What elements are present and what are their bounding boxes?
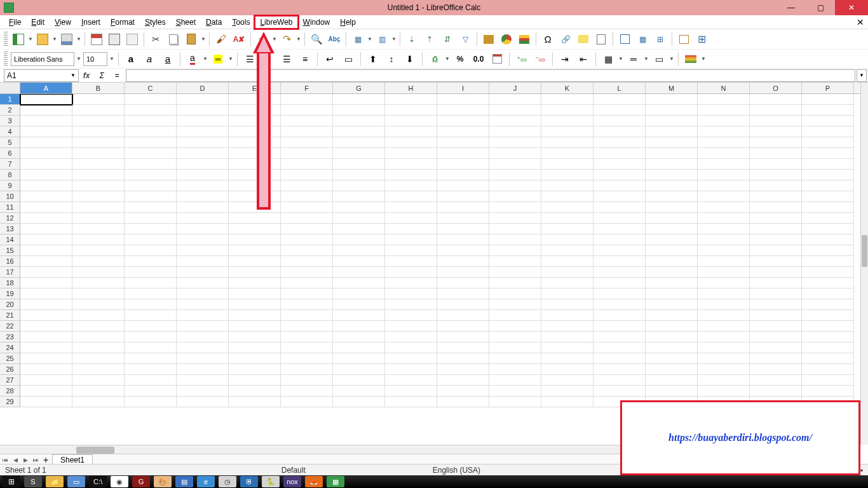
cell[interactable] [20, 342, 72, 353]
cell[interactable] [229, 234, 281, 245]
cell[interactable] [20, 310, 72, 321]
add-decimal-button[interactable]: ⁺₀₀ [513, 51, 530, 67]
cell[interactable] [281, 245, 333, 256]
cell[interactable] [229, 288, 281, 299]
delete-decimal-button[interactable]: ⁻₀₀ [532, 51, 548, 67]
cell[interactable] [646, 159, 698, 170]
cell[interactable] [125, 180, 177, 191]
menu-view[interactable]: View [50, 16, 76, 29]
cell[interactable] [281, 342, 333, 353]
cell[interactable] [229, 321, 281, 332]
cell[interactable] [437, 202, 489, 213]
cell[interactable] [125, 137, 177, 148]
file-explorer-icon[interactable]: 📁 [46, 476, 64, 487]
cell[interactable] [333, 137, 385, 148]
cell[interactable] [72, 159, 125, 170]
cell[interactable] [281, 288, 333, 299]
cell[interactable] [646, 126, 698, 137]
cell[interactable] [698, 267, 750, 278]
cell[interactable] [281, 159, 333, 170]
cell[interactable] [593, 342, 646, 353]
cell[interactable] [385, 342, 437, 353]
cell-reference-box[interactable]: A1▼ [4, 69, 79, 82]
cell[interactable] [698, 278, 750, 288]
cell[interactable] [229, 332, 281, 342]
cell[interactable] [385, 159, 437, 170]
cell[interactable] [20, 137, 72, 148]
document-close-icon[interactable]: ✕ [857, 17, 864, 27]
cell[interactable] [593, 234, 646, 245]
cell[interactable] [333, 288, 385, 299]
menu-styles[interactable]: Styles [140, 16, 171, 29]
cell[interactable] [333, 310, 385, 321]
start-button[interactable]: ⊞ [3, 476, 20, 487]
export-pdf-button[interactable] [88, 31, 105, 48]
cell[interactable] [802, 364, 854, 375]
cell[interactable] [72, 353, 125, 364]
headers-footers-button[interactable] [593, 31, 609, 48]
cell[interactable] [541, 278, 593, 288]
cell[interactable] [593, 321, 646, 332]
cell[interactable] [72, 299, 125, 310]
cell[interactable] [750, 375, 802, 386]
spellcheck-button[interactable]: Abç [326, 31, 342, 48]
cell[interactable] [125, 256, 177, 267]
cell[interactable] [385, 137, 437, 148]
cell[interactable] [593, 267, 646, 278]
menu-format[interactable]: Format [105, 16, 140, 29]
cell[interactable] [698, 310, 750, 321]
column-header[interactable]: L [593, 83, 646, 93]
cell[interactable] [802, 180, 854, 191]
cell[interactable] [698, 213, 750, 224]
cell[interactable] [177, 202, 229, 213]
app-icon[interactable]: ▤ [175, 476, 193, 487]
cell[interactable] [698, 386, 750, 396]
cell[interactable] [489, 288, 541, 299]
align-left-button[interactable]: ☰ [241, 51, 258, 67]
cell[interactable] [802, 191, 854, 202]
row-header[interactable]: 4 [0, 126, 20, 137]
cell[interactable] [229, 245, 281, 256]
cell[interactable] [385, 170, 437, 180]
italic-button[interactable]: a [141, 51, 158, 67]
bold-button[interactable]: a [123, 51, 139, 67]
cell[interactable] [177, 278, 229, 288]
cell[interactable] [177, 364, 229, 375]
cell[interactable] [20, 170, 72, 180]
cell[interactable] [72, 267, 125, 278]
cell[interactable] [72, 180, 125, 191]
cell[interactable] [177, 148, 229, 159]
cell[interactable] [698, 256, 750, 267]
cell[interactable] [541, 137, 593, 148]
cell[interactable] [593, 310, 646, 321]
cell[interactable] [333, 278, 385, 288]
clone-formatting-button[interactable]: 🖌 [213, 31, 229, 48]
cell[interactable] [177, 332, 229, 342]
cell[interactable] [125, 342, 177, 353]
cell[interactable] [802, 267, 854, 278]
highlight-color-button[interactable]: ═ [210, 51, 226, 67]
cell[interactable] [229, 310, 281, 321]
cell[interactable] [437, 116, 489, 126]
cell[interactable] [750, 386, 802, 396]
cell[interactable] [20, 224, 72, 234]
cell[interactable] [489, 191, 541, 202]
cell[interactable] [489, 137, 541, 148]
cell[interactable] [541, 375, 593, 386]
cell[interactable] [333, 299, 385, 310]
cell[interactable] [177, 137, 229, 148]
cell[interactable] [20, 159, 72, 170]
cell[interactable] [385, 105, 437, 116]
cell[interactable] [802, 137, 854, 148]
select-all-corner[interactable] [0, 83, 20, 93]
cell[interactable] [750, 105, 802, 116]
cell[interactable] [20, 116, 72, 126]
cell[interactable] [281, 137, 333, 148]
cell[interactable] [593, 256, 646, 267]
align-right-button[interactable]: ☰ [278, 51, 295, 67]
cell[interactable] [125, 375, 177, 386]
cell[interactable] [72, 364, 125, 375]
cell[interactable] [593, 245, 646, 256]
cell[interactable] [489, 202, 541, 213]
cell[interactable] [385, 288, 437, 299]
